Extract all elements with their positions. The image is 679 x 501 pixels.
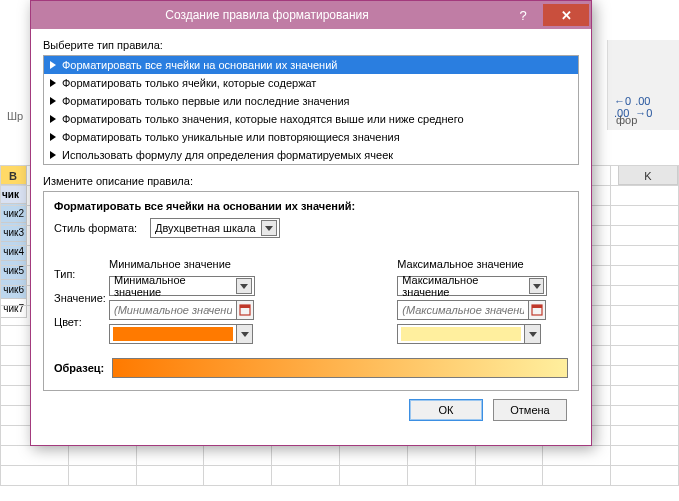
rule-type-item[interactable]: Форматировать все ячейки на основании их… (44, 56, 578, 74)
select-rule-type-label: Выберите тип правила: (43, 39, 579, 51)
min-value-input[interactable] (109, 300, 237, 320)
rule-description-panel: Форматировать все ячейки на основании их… (43, 191, 579, 391)
rule-description-heading: Форматировать все ячейки на основании их… (54, 200, 568, 212)
close-icon: ✕ (561, 8, 572, 23)
ribbon-group-label: фор (616, 114, 637, 126)
triangle-icon (50, 61, 56, 69)
ribbon-font-group-label: Шр (0, 110, 30, 122)
rule-type-label: Форматировать только значения, которые н… (62, 113, 464, 125)
triangle-icon (50, 151, 56, 159)
max-color-combo[interactable] (397, 324, 541, 344)
format-style-combo[interactable]: Двухцветная шкала (150, 218, 280, 238)
range-selector-button[interactable] (528, 300, 546, 320)
new-formatting-rule-dialog: Создание правила форматирования ? ✕ Выбе… (30, 0, 592, 446)
rule-type-label: Использовать формулу для определения фор… (62, 149, 393, 161)
chevron-down-icon (524, 325, 540, 343)
rule-type-label: Форматировать только ячейки, которые сод… (62, 77, 316, 89)
chevron-down-icon (236, 325, 252, 343)
max-type-value: Максимальное значение (402, 274, 524, 298)
decrease-decimal-icon[interactable]: .00→0 (635, 95, 652, 119)
rule-type-item[interactable]: Форматировать только значения, которые н… (44, 110, 578, 128)
ok-button[interactable]: ОК (409, 399, 483, 421)
triangle-icon (50, 133, 56, 141)
rule-type-item[interactable]: Форматировать только ячейки, которые сод… (44, 74, 578, 92)
rule-type-label: Форматировать только первые или последни… (62, 95, 350, 107)
maximum-header: Максимальное значение (397, 258, 568, 270)
min-type-value: Минимальное значение (114, 274, 232, 298)
chevron-down-icon (529, 278, 545, 294)
cancel-button[interactable]: Отмена (493, 399, 567, 421)
max-value-input[interactable] (397, 300, 529, 320)
format-style-label: Стиль формата: (54, 222, 144, 234)
svg-rect-3 (532, 305, 542, 308)
triangle-icon (50, 97, 56, 105)
range-selector-icon (531, 304, 543, 316)
close-button[interactable]: ✕ (543, 4, 589, 26)
range-selector-icon (239, 304, 251, 316)
triangle-icon (50, 79, 56, 87)
min-type-combo[interactable]: Минимальное значение (109, 276, 255, 296)
min-color-swatch (113, 327, 233, 341)
preview-label: Образец: (54, 362, 104, 374)
chevron-down-icon (236, 278, 252, 294)
dialog-title: Создание правила форматирования (31, 8, 503, 22)
triangle-icon (50, 115, 56, 123)
rule-type-item[interactable]: Использовать формулу для определения фор… (44, 146, 578, 164)
dialog-titlebar[interactable]: Создание правила форматирования ? ✕ (31, 1, 591, 29)
format-style-value: Двухцветная шкала (155, 222, 256, 234)
preview-gradient (112, 358, 568, 378)
help-button[interactable]: ? (503, 4, 543, 26)
min-color-combo[interactable] (109, 324, 253, 344)
rule-type-label: Форматировать все ячейки на основании их… (62, 59, 337, 71)
max-color-swatch (401, 327, 521, 341)
svg-rect-1 (240, 305, 250, 308)
rule-type-item[interactable]: Форматировать только уникальные или повт… (44, 128, 578, 146)
max-type-combo[interactable]: Максимальное значение (397, 276, 547, 296)
edit-rule-description-label: Измените описание правила: (43, 175, 579, 187)
rule-type-item[interactable]: Форматировать только первые или последни… (44, 92, 578, 110)
ribbon-number-group: ←0.00 .00→0 фор (607, 40, 679, 130)
rule-type-label: Форматировать только уникальные или повт… (62, 131, 400, 143)
range-selector-button[interactable] (236, 300, 254, 320)
rule-type-list[interactable]: Форматировать все ячейки на основании их… (43, 55, 579, 165)
chevron-down-icon (261, 220, 277, 236)
minimum-header: Минимальное значение (109, 258, 346, 270)
